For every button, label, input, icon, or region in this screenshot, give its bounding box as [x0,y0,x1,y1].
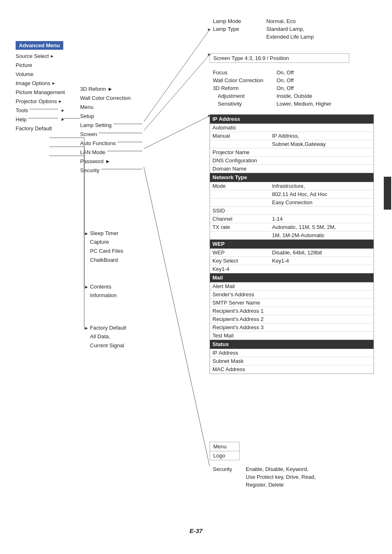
mode-value3: Easy Connection [270,199,374,206]
ssid-label: SSID [210,207,270,215]
svg-line-9 [144,116,210,149]
menu-item-picture[interactable]: Picture [16,60,65,69]
tools-capture[interactable]: Capture [90,237,123,246]
tools-pc-card[interactable]: PC Card Files [90,246,123,255]
screen-line [99,133,142,133]
network-type-header: Network Type [210,173,374,182]
status-ip-value [270,349,374,357]
col2-lamp-setting[interactable]: Lamp Setting [80,120,144,129]
recipient3-label: Recipient's Address 3 [210,323,270,331]
arrow-icon: ► [108,86,113,92]
menu-item-image-options[interactable]: Image Options ► [16,78,65,88]
lamp-mode-label: Lamp Mode [210,16,263,25]
factory-submenu: ► Factory Default All Data, Current Sign… [84,325,126,350]
automatic-label: Automatic [210,124,270,132]
col2-3d-reform[interactable]: 3D Reform ► [80,84,144,93]
automatic-row: Automatic [210,124,374,132]
factory-current-signal[interactable]: Current Signal [90,341,126,350]
help-line [28,118,58,118]
3d-reform-value: On, Off [273,84,335,92]
svg-line-7 [144,30,210,122]
lamp-table: Lamp Mode Normal, Eco Lamp Type Standard… [210,16,317,41]
lamp-type-value: Standard Lamp, [263,25,317,33]
tools-chalkboard[interactable]: ChalkBoard [90,255,123,264]
help-arrow-icon: ► [84,284,89,289]
screen-type-value: Screen Type 4:3, 16:9 / Position [213,55,289,61]
key1-4-row: Key1-4 [210,265,374,273]
smtp-value [270,299,374,307]
help-arrow-row: ► Contents [84,284,117,290]
col2-submenu: 3D Reform ► Wall Color Correction Menu S… [80,84,144,175]
lamp-type-value2: Extended Life Lamp [263,33,317,41]
lamp-type-label: Lamp Type [210,25,263,33]
domain-label: Domain Name [210,165,270,173]
security-table: Security Enable, Disable, Keyword, Use P… [210,464,319,489]
status-mac-label: MAC Address [210,365,270,374]
lamp-type-row2: Extended Life Lamp [210,33,317,41]
tx-rate-row1: TX rate Automatic, 11M, 5.5M, 2M, [210,223,374,231]
smtp-label: SMTP Server Name [210,299,270,307]
menu-item-help[interactable]: Help ► [16,115,65,124]
status-subnet-row: Subnet Mask [210,357,374,365]
status-ip-row: IP Address [210,349,374,357]
menu-item-tools[interactable]: Tools ► [16,106,65,115]
lamp-mode-value: Normal, Eco [263,16,317,25]
col2-auto-functions[interactable]: Auto Functions [80,138,144,148]
menu-item-factory-default[interactable]: Factory Default [16,124,65,133]
col2-menu[interactable]: Menu [80,102,144,111]
recipient3-value [270,323,374,331]
adjustment-label: Adjustment [210,92,273,100]
subnet-label [210,140,270,148]
test-mail-value [270,332,374,339]
wep-row: WEP Disable, 64bit, 128bit [210,249,374,257]
focus-value: On, Off [273,68,335,76]
menu-item-volume[interactable]: Volume [16,69,65,78]
adjustment-row: Adjustment Inside, Outside [210,92,335,100]
test-mail-row: Test Mail [210,332,374,340]
domain-row: Domain Name [210,165,374,173]
col2-wall-color[interactable]: Wall Color Correction [80,93,144,102]
dns-label: DNS Configuration [210,157,270,164]
tx-rate-row2: 1M, 1M-2M-Automatic [210,231,374,240]
tools-arrow-icon: ► [84,231,89,236]
security-row2: Use Protect key, Drive, Read, [210,473,319,481]
security-label: Security [210,464,242,473]
tx-rate-label2 [210,231,270,239]
tx-rate-label: TX rate [210,223,270,231]
security-value3: Register, Delete [242,481,319,489]
svg-line-10 [144,167,210,466]
help-information[interactable]: Information [90,291,117,300]
col2-setup[interactable]: Setup [80,111,144,120]
col2-password[interactable]: Password ► [80,157,144,166]
security-row3: Register, Delete [210,481,319,489]
sidebar-tab [384,177,391,210]
status-ip-label: IP Address [210,349,270,357]
security-section: Security Enable, Disable, Keyword, Use P… [210,464,319,489]
tools-line [30,109,58,109]
menu-item-picture-mgmt[interactable]: Picture Management [16,88,65,97]
sender-row: Sender's Address [210,291,374,299]
domain-value [270,165,374,173]
mode-row3: Easy Connection [210,199,374,207]
projector-name-row: Projector Name [210,148,374,157]
help-submenu: ► Contents Information [84,284,117,300]
menu-item-source-select[interactable]: Source Select ► [16,51,65,60]
channel-label: Channel [210,215,270,223]
mode-value1: Infrastructure, [270,182,374,190]
menu-item-menu: Menu [210,442,239,451]
recipient3-row: Recipient's Address 3 [210,323,374,332]
mode-label: Mode [210,182,270,190]
lamp-type-row: Lamp Type Standard Lamp, [210,25,317,33]
mode-label3 [210,199,270,206]
factory-all-data[interactable]: All Data, [90,332,126,341]
auto-line [118,142,142,142]
mail-header: Mail [210,273,374,282]
col2-screen[interactable]: Screen [80,129,144,138]
menu-item-projector-options[interactable]: Projector Options ► [16,97,65,106]
wep-label: WEP [210,249,270,256]
col2-security[interactable]: Security [80,166,144,175]
3d-reform-row: 3D Reform On, Off [210,84,335,92]
col2-lan-mode[interactable]: LAN Mode [80,148,144,157]
sender-label: Sender's Address [210,291,270,298]
key1-4-value [270,265,374,273]
